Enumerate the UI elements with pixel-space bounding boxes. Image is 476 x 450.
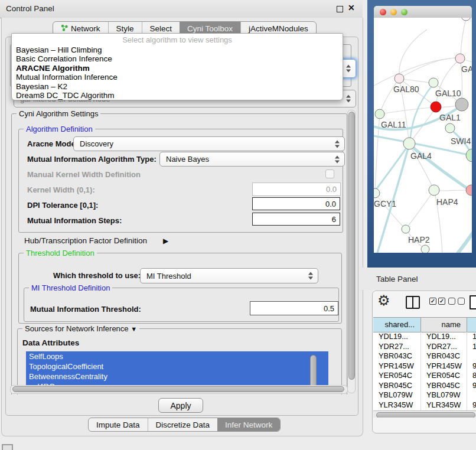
tab-infer-network[interactable]: Infer Network (217, 418, 280, 431)
table-panel-title: Table Panel (376, 275, 418, 283)
tab-label: Style (116, 24, 134, 33)
control-panel-titlebar[interactable]: Control Panel (0, 0, 363, 18)
network-node-gal80[interactable] (395, 74, 404, 83)
network-edge (399, 58, 461, 79)
kernel-width-field[interactable]: 0.0 (252, 182, 341, 196)
attribute-item-betweennesscentrality[interactable]: BetweennessCentrality (26, 371, 328, 381)
dropdown-item-bayesian-k2[interactable]: Bayesian – K2 (12, 82, 343, 91)
tab-discretize-data[interactable]: Discretize Data (148, 418, 218, 431)
network-node[interactable] (455, 98, 468, 111)
table-row[interactable]: YBR045CYBR045C9. (373, 381, 476, 391)
column-header-a[interactable]: A (467, 318, 476, 332)
network-canvas[interactable]: GALGAL80GAL10GAL1GAL11SWI4GAL4GCY1HAP4YH… (374, 18, 472, 253)
table-cell: YLR345W (421, 400, 467, 410)
settings-horizontal-scrollbar[interactable] (10, 385, 348, 394)
table-cell: YBR043C (421, 351, 467, 361)
tab-impute-data[interactable]: Impute Data (89, 418, 148, 431)
dpi-tolerance-field[interactable]: 0.0 (252, 197, 340, 210)
table-row[interactable]: YLR345WYLR345W9. (373, 400, 476, 410)
mi-steps-field[interactable]: 6 (252, 213, 340, 226)
aracne-mode-label: Aracne Mode: (27, 139, 78, 148)
network-node-hap2[interactable] (402, 225, 410, 233)
close-icon[interactable] (348, 3, 355, 12)
column-header-shared[interactable]: shared... (373, 318, 421, 332)
close-traffic-light-icon[interactable] (380, 9, 386, 15)
network-node[interactable] (461, 18, 471, 21)
network-edge (380, 79, 399, 112)
settings-hscroll-thumb[interactable] (12, 386, 344, 392)
network-graph: GALGAL80GAL10GAL1GAL11SWI4GAL4GCY1HAP4YH… (374, 18, 472, 253)
list-scrollbar-thumb[interactable] (310, 355, 317, 389)
table-cell: YBR045C (373, 381, 421, 391)
table-row[interactable]: YBR043CYBR043C (373, 351, 476, 361)
column-header-name[interactable]: name (421, 318, 467, 332)
table-row[interactable]: YER054CYER054C8. (373, 371, 476, 381)
table-cell: 9. (467, 400, 476, 410)
minimize-traffic-light-icon[interactable] (390, 9, 397, 15)
network-node-gcy1[interactable] (374, 188, 380, 198)
zoom-traffic-light-icon[interactable] (401, 9, 407, 15)
dropdown-item-mutual-information-inference[interactable]: Mutual Information Inference (12, 73, 343, 81)
apply-button[interactable]: Apply (158, 398, 203, 413)
which-threshold-value: MI Threshold (146, 272, 191, 281)
table-cell: YBL079W (421, 390, 467, 400)
attribute-item-topologicalcoefficient[interactable]: TopologicalCoefficient (26, 361, 328, 371)
dropdown-item-dream8-dc-tdc-algorithm[interactable]: Dream8 DC_TDC Algorithm (12, 91, 343, 100)
float-window-icon[interactable] (337, 6, 343, 12)
table-row[interactable]: YDL19...YDL19...13 (373, 332, 476, 342)
network-node-gal1[interactable] (431, 102, 441, 112)
dropdown-item-bayesian-hill-climbing[interactable]: Bayesian – Hill Climbing (12, 45, 343, 54)
algorithm-definition-title: Algorithm Definition (24, 125, 95, 133)
table-hscroll-thumb[interactable] (376, 412, 475, 418)
table-cell: YER054C (421, 371, 467, 381)
network-node-hap4[interactable] (429, 185, 439, 195)
network-edge (436, 190, 467, 191)
tab-label: Select (150, 24, 172, 33)
mi-threshold-value: 0.5 (324, 304, 334, 313)
table-row[interactable]: YDR27...YDR27...12 (373, 342, 476, 352)
table-header-row: shared...nameA (373, 317, 476, 332)
mi-algorithm-type-combobox[interactable]: Naive Bayes (159, 152, 345, 167)
manual-kernel-width-checkbox[interactable] (325, 169, 334, 178)
gear-icon[interactable] (377, 294, 390, 308)
which-threshold-combobox[interactable]: MI Threshold (140, 268, 318, 283)
column-layout-icon[interactable] (406, 296, 420, 309)
node-label-gcy1: GCY1 (374, 199, 396, 208)
cyni-algorithm-settings-title: Cyni Algorithm Settings (17, 109, 100, 118)
algorithm-dropdown-popup: Select algorithm to view settings Bayesi… (11, 33, 343, 100)
docked-panel-icon[interactable] (2, 444, 13, 450)
network-view-window[interactable]: GALGAL80GAL10GAL1GAL11SWI4GAL4GCY1HAP4YH… (374, 6, 472, 253)
table-cell (467, 390, 476, 400)
dropdown-item-basic-correlation-inference[interactable]: Basic Correlation Inference (12, 54, 343, 63)
aracne-mode-combobox[interactable]: Discovery (73, 136, 345, 151)
node-label-gal10: GAL10 (435, 89, 461, 98)
mi-threshold-label: Mutual Information Threshold: (30, 305, 141, 314)
manual-kernel-width-label: Manual Kernel Width Definition (27, 170, 141, 179)
table-row[interactable]: YBL079WYBL079W (373, 390, 476, 400)
network-node-gal10[interactable] (429, 78, 438, 87)
mi-threshold-field[interactable]: 0.5 (250, 301, 338, 315)
network-node-gal11[interactable] (375, 109, 384, 119)
table-row[interactable]: YPR145WYPR145W9. (373, 361, 476, 371)
control-panel-body: NetworkStyleSelectCyni ToolboxjActiveMNo… (1, 18, 363, 436)
table-cell: YBR045C (421, 381, 467, 391)
network-window-titlebar[interactable] (374, 6, 472, 18)
network-node-gal[interactable] (455, 54, 465, 63)
network-node-swi4[interactable] (445, 123, 455, 133)
network-node-gal4[interactable] (403, 138, 415, 149)
deselect-all-checkboxes-icon[interactable] (448, 298, 465, 308)
dropdown-item-aracne-algorithm[interactable]: ARACNE Algorithm (12, 64, 343, 73)
settings-vscroll-thumb[interactable] (348, 112, 355, 380)
which-threshold-label: Which threshold to use: (53, 271, 141, 280)
attribute-item-selfloops[interactable]: SelfLoops (26, 351, 328, 361)
settings-vertical-scrollbar[interactable] (347, 110, 356, 393)
table-horizontal-scrollbar[interactable] (373, 410, 476, 418)
select-all-checkboxes-icon[interactable]: ✓✓ (429, 298, 445, 308)
expand-arrow-icon[interactable] (163, 235, 168, 246)
table-cell (467, 351, 476, 361)
hub-section-label[interactable]: Hub/Transcription Factor Definition (24, 236, 147, 245)
new-document-icon[interactable] (470, 295, 476, 309)
network-node[interactable] (466, 149, 472, 162)
collapse-arrow-icon[interactable] (131, 324, 137, 333)
network-node[interactable] (421, 245, 429, 253)
